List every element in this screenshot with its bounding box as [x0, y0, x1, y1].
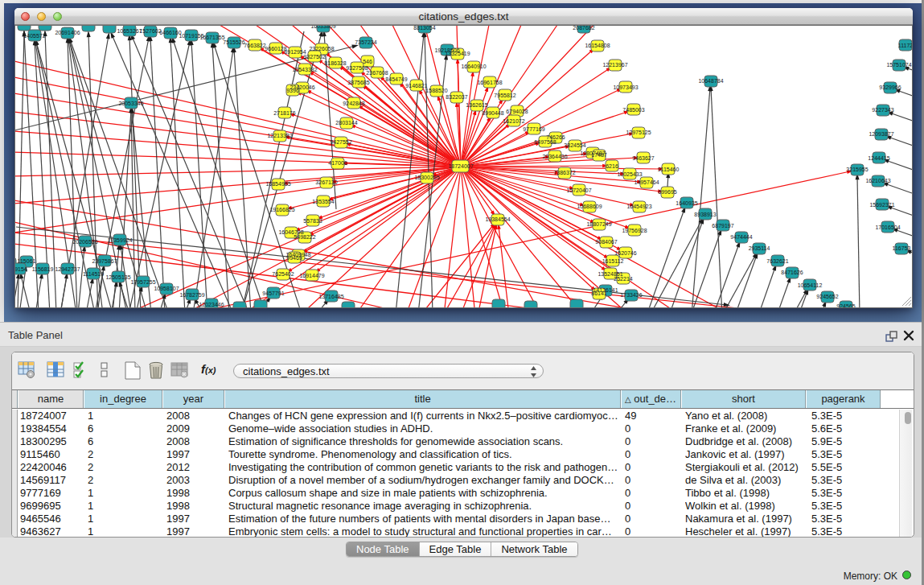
svg-text:19384554: 19384554	[485, 216, 510, 222]
svg-text:16210643: 16210643	[865, 178, 890, 183]
svg-text:86141: 86141	[591, 290, 607, 296]
svg-text:1244415: 1244415	[868, 155, 889, 161]
svg-text:8454749: 8454749	[385, 76, 407, 82]
svg-text:18724007: 18724007	[448, 163, 473, 169]
svg-text:15751074: 15751074	[886, 62, 911, 68]
svg-text:9115460: 9115460	[658, 167, 680, 172]
svg-text:7632621: 7632621	[766, 258, 788, 264]
svg-text:17487: 17487	[591, 152, 607, 158]
svg-text:115061: 115061	[18, 258, 36, 264]
svg-text:9474444: 9474444	[730, 234, 752, 240]
svg-text:9457791: 9457791	[262, 290, 284, 296]
svg-text:10958107: 10958107	[154, 286, 179, 291]
svg-text:6879197: 6879197	[712, 223, 733, 229]
svg-text:9427552: 9427552	[330, 139, 351, 145]
svg-text:3267130: 3267130	[315, 179, 337, 185]
svg-text:23975867: 23975867	[92, 258, 117, 264]
svg-text:5498222: 5498222	[294, 234, 315, 240]
svg-text:12975125: 12975125	[626, 130, 651, 135]
svg-text:10688609: 10688609	[577, 204, 602, 209]
svg-text:20364436: 20364436	[542, 154, 567, 159]
svg-text:7515526: 7515526	[223, 39, 244, 45]
svg-text:16154808: 16154808	[585, 43, 610, 48]
svg-text:17359924: 17359924	[107, 237, 132, 243]
svg-text:16671355: 16671355	[199, 35, 224, 40]
svg-text:7955812: 7955812	[494, 93, 515, 98]
svg-text:18300295: 18300295	[414, 175, 439, 180]
svg-text:3824554: 3824554	[564, 142, 585, 148]
svg-text:20206536: 20206536	[72, 239, 97, 245]
svg-text:7663822: 7663822	[244, 43, 265, 48]
svg-text:9329966: 9329966	[879, 84, 901, 90]
svg-text:2087682: 2087682	[573, 25, 594, 31]
svg-text:23226058: 23226058	[309, 46, 334, 51]
svg-text:12505135: 12505135	[105, 274, 130, 280]
svg-text:12213382: 12213382	[267, 133, 292, 138]
svg-text:16854985: 16854985	[265, 181, 290, 187]
svg-text:3875685: 3875685	[347, 80, 369, 85]
svg-text:12213967: 12213967	[602, 62, 627, 68]
svg-text:15692371: 15692371	[869, 202, 894, 208]
svg-text:6216: 6216	[606, 163, 618, 169]
svg-text:16640910: 16640910	[461, 64, 486, 69]
svg-text:8813054: 8813054	[413, 25, 435, 31]
svg-text:1362615: 1362615	[466, 102, 487, 108]
svg-text:9777169: 9777169	[523, 126, 544, 132]
svg-text:9242848: 9242848	[343, 101, 364, 106]
svg-text:7357234: 7357234	[355, 39, 376, 45]
svg-text:10973493: 10973493	[613, 84, 638, 90]
svg-text:2367608: 2367608	[366, 70, 388, 76]
svg-text:2935114: 2935114	[749, 245, 770, 251]
svg-text:10025433: 10025433	[617, 171, 642, 177]
svg-text:19166825: 19166825	[269, 207, 294, 212]
svg-text:10653267: 10653267	[117, 28, 142, 34]
svg-text:9245652: 9245652	[816, 294, 838, 299]
svg-text:1621072: 1621072	[503, 118, 524, 124]
svg-text:11172: 11172	[898, 43, 913, 48]
svg-text:557833: 557833	[303, 218, 322, 224]
svg-text:1527602: 1527602	[139, 28, 161, 34]
svg-text:116753: 116753	[893, 245, 911, 251]
svg-text:10654112: 10654112	[798, 282, 823, 288]
svg-text:9463627: 9463627	[632, 155, 654, 161]
svg-text:1405572: 1405572	[23, 33, 45, 39]
svg-text:1114519: 1114519	[83, 271, 104, 277]
svg-text:99469: 99469	[286, 255, 302, 261]
svg-text:9396: 9396	[286, 88, 299, 93]
svg-text:1353554: 1353554	[312, 199, 334, 204]
svg-text:16782759: 16782759	[179, 292, 204, 298]
svg-text:1615112: 1615112	[602, 258, 624, 264]
svg-text:16454923: 16454923	[626, 204, 651, 209]
svg-text:15720407: 15720407	[566, 187, 591, 193]
svg-text:7625402: 7625402	[272, 271, 294, 277]
svg-text:7386372: 7386372	[553, 170, 575, 175]
svg-text:6794028: 6794028	[506, 109, 528, 114]
svg-text:6497568: 6497568	[534, 139, 556, 145]
svg-text:12093877: 12093877	[869, 131, 893, 137]
svg-text:12023446: 12023446	[199, 302, 224, 307]
svg-text:1640935: 1640935	[676, 200, 697, 206]
svg-text:8938913: 8938913	[694, 212, 716, 217]
svg-text:9227343: 9227343	[872, 107, 893, 113]
svg-text:39154: 39154	[14, 266, 27, 272]
svg-text:8990448: 8990448	[482, 110, 503, 116]
svg-text:699695: 699695	[658, 189, 676, 195]
svg-text:18807249: 18807249	[586, 221, 611, 227]
svg-text:2718176: 2718176	[273, 110, 295, 116]
svg-text:9327508: 9327508	[346, 65, 368, 71]
svg-text:7485003: 7485003	[622, 107, 644, 113]
svg-text:9146821: 9146821	[405, 83, 427, 89]
svg-text:1520746: 1520746	[614, 250, 636, 256]
svg-text:417006: 417006	[328, 160, 347, 166]
svg-text:2803144: 2803144	[335, 120, 357, 126]
svg-text:9084067: 9084067	[595, 239, 617, 245]
svg-text:14957464: 14957464	[634, 179, 659, 185]
svg-text:10648784: 10648784	[698, 78, 723, 84]
svg-text:8322037: 8322037	[446, 94, 467, 100]
svg-text:252214: 252214	[614, 276, 632, 282]
svg-text:1156819: 1156819	[32, 266, 54, 272]
svg-text:13325419: 13325419	[445, 51, 470, 56]
svg-text:10543382: 10543382	[292, 67, 317, 72]
svg-text:20691406: 20691406	[55, 30, 80, 35]
svg-text:1588520: 1588520	[425, 88, 447, 93]
